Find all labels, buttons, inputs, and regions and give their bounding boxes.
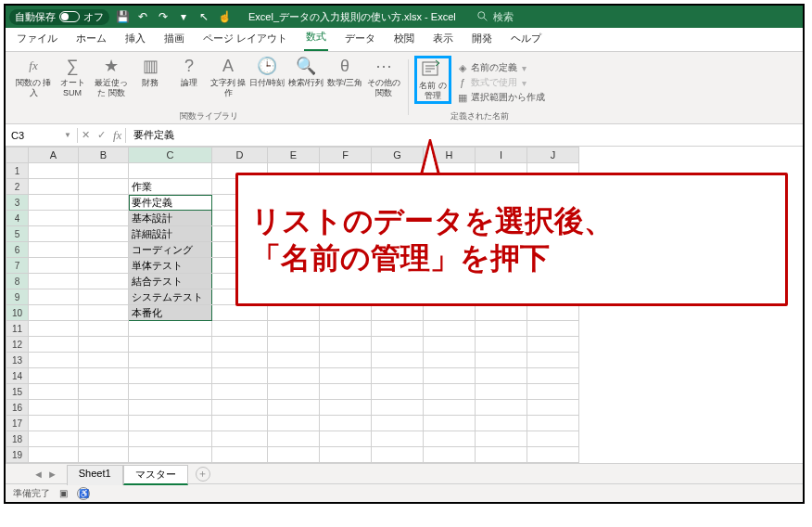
save-icon[interactable]: 💾 [115,9,130,24]
cell[interactable] [372,305,424,321]
cell[interactable] [268,321,320,337]
math-button[interactable]: θ 数学/三角 [326,56,363,98]
lookup-button[interactable]: 🔍 検索/行列 [287,56,324,98]
cell[interactable] [129,400,212,416]
cell[interactable] [372,447,424,463]
cell[interactable] [79,337,129,353]
cell[interactable] [320,321,372,337]
cell[interactable] [29,400,79,416]
cell[interactable] [372,353,424,368]
column-header[interactable]: C [129,148,212,163]
cell[interactable] [527,305,579,321]
cell[interactable] [29,242,79,258]
cell[interactable] [320,384,372,400]
cell[interactable] [29,447,79,463]
cell[interactable] [212,321,268,337]
cell[interactable] [372,368,424,384]
cell[interactable] [476,431,527,447]
column-header[interactable]: A [29,148,79,163]
formula-input[interactable]: 要件定義 [126,126,182,144]
cell[interactable] [424,416,476,431]
cell[interactable]: 詳細設計 [129,226,212,242]
autosave-toggle[interactable]: 自動保存 オフ [9,9,109,25]
cell[interactable] [476,416,527,431]
cell[interactable] [424,447,476,463]
cell[interactable] [372,321,424,337]
cell[interactable] [29,258,79,274]
menu-item-2[interactable]: 挿入 [123,28,147,51]
menu-item-4[interactable]: ページ レイアウト [201,28,289,51]
cell[interactable] [320,337,372,353]
row-header[interactable]: 5 [6,226,29,242]
cell[interactable] [212,337,268,353]
cell[interactable] [29,368,79,384]
cell[interactable]: 本番化 [129,305,212,321]
cell[interactable] [476,368,527,384]
cell[interactable] [527,400,579,416]
cell[interactable] [372,416,424,431]
menu-item-7[interactable]: 校閲 [392,28,416,51]
accessibility-icon[interactable]: ♿ [77,487,90,500]
cell[interactable] [129,447,212,463]
cell[interactable] [268,400,320,416]
cell[interactable] [212,353,268,368]
cell[interactable] [424,368,476,384]
sheet-tab[interactable]: Sheet1 [67,465,123,485]
cell[interactable] [29,337,79,353]
cell[interactable] [372,384,424,400]
recent-functions-button[interactable]: ★ 最近使った 関数 [93,56,130,98]
cell[interactable] [268,305,320,321]
cell[interactable]: システムテスト [129,289,212,305]
cell[interactable] [79,274,129,289]
cell[interactable] [268,416,320,431]
cell[interactable] [29,353,79,368]
row-header[interactable]: 4 [6,211,29,226]
cell[interactable] [527,384,579,400]
row-header[interactable]: 6 [6,242,29,258]
cell[interactable] [424,400,476,416]
cell[interactable] [79,163,129,179]
cell[interactable] [129,416,212,431]
row-header[interactable]: 19 [6,447,29,463]
row-header[interactable]: 8 [6,274,29,289]
menu-item-5[interactable]: 数式 [304,26,328,51]
row-header[interactable]: 14 [6,368,29,384]
datetime-button[interactable]: 🕒 日付/時刻 [248,56,285,98]
cell[interactable] [476,447,527,463]
column-header[interactable]: I [476,148,527,163]
text-button[interactable]: A 文字列 操作 [209,56,247,98]
row-header[interactable]: 2 [6,179,29,195]
cell[interactable] [320,368,372,384]
cell[interactable] [79,400,129,416]
cell[interactable] [29,211,79,226]
cell[interactable]: 要件定義 [129,195,212,211]
column-header[interactable]: D [212,148,268,163]
cell[interactable] [212,384,268,400]
column-header[interactable]: B [79,148,129,163]
cell[interactable] [79,305,129,321]
add-sheet-button[interactable]: ＋ [196,467,210,482]
cell[interactable] [527,337,579,353]
cell[interactable] [212,447,268,463]
cell[interactable] [212,368,268,384]
cell[interactable] [129,353,212,368]
cell[interactable] [212,416,268,431]
cell[interactable] [320,447,372,463]
autosum-button[interactable]: ∑ オート SUM [54,56,91,98]
cell[interactable] [79,431,129,447]
cell[interactable] [79,447,129,463]
cell[interactable] [268,447,320,463]
cell[interactable] [79,353,129,368]
cell[interactable] [320,353,372,368]
undo-icon[interactable]: ↶ [135,9,150,24]
row-header[interactable]: 16 [6,400,29,416]
row-header[interactable]: 18 [6,431,29,447]
cell[interactable] [424,337,476,353]
cell[interactable] [129,431,212,447]
cell[interactable] [424,353,476,368]
select-all-corner[interactable] [6,148,29,163]
menu-item-9[interactable]: 開発 [470,28,494,51]
cell[interactable] [79,289,129,305]
menu-item-1[interactable]: ホーム [74,28,108,51]
cell[interactable] [79,321,129,337]
